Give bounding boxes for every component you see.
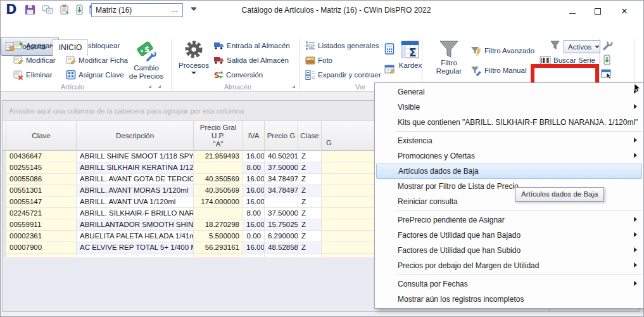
minimize-button[interactable] xyxy=(563,6,582,17)
svg-text:S: S xyxy=(214,71,220,80)
photo-icon xyxy=(305,56,315,65)
submenu-arrow-icon xyxy=(634,138,637,143)
salida-almacen-button[interactable]: Salida del Almacén xyxy=(213,55,289,66)
header-precio-g[interactable]: Precio G xyxy=(265,121,298,151)
menu-item-general[interactable]: General xyxy=(375,84,643,100)
menu-item-preprecio[interactable]: PrePrecio pendiente de Asignar xyxy=(375,212,643,228)
edit-card-icon xyxy=(66,55,76,65)
tooltip: Artículos dados de Baja xyxy=(515,187,604,202)
funnel-pencil-icon xyxy=(470,65,482,76)
conversion-button[interactable]: S Conversión xyxy=(213,69,263,81)
listados-generales-button[interactable]: Listados generales xyxy=(305,40,379,51)
truck-out-icon xyxy=(213,56,224,65)
filtro-manual-button[interactable]: Filtro Manual xyxy=(470,65,526,76)
header-clave[interactable]: Clave xyxy=(6,121,77,151)
calculator-icon[interactable] xyxy=(384,43,395,55)
modificar-ficha-button[interactable]: Modificar Ficha xyxy=(66,55,128,66)
save-icon[interactable] xyxy=(25,4,36,16)
svg-text:Σ: Σ xyxy=(409,46,417,59)
procesos-dropdown-arrow xyxy=(191,72,196,74)
kardex-button[interactable]: Σ Kardex xyxy=(397,40,424,70)
menu-item-visible[interactable]: Visible xyxy=(375,100,643,115)
funnel-lightning-icon xyxy=(470,46,482,56)
menu-item-registros-incompletos[interactable]: Mostrar aún los registros incompletos xyxy=(375,292,643,307)
title-bar: D Matriz (16) … Catálogo de Artículos - … xyxy=(1,1,644,20)
tab-strip: DisPRO INICIO INVENTARIO SUCURSAL HERRAM… xyxy=(1,20,644,37)
wrench-icon[interactable] xyxy=(601,39,614,51)
window-select-icon-2[interactable] xyxy=(601,68,612,79)
expand-collapse-icon xyxy=(305,70,315,80)
articulo-dialog-launcher[interactable] xyxy=(148,85,151,88)
truck-in-icon xyxy=(213,41,224,50)
workspace-value: Matriz (16) xyxy=(96,6,132,15)
workspace-combobox[interactable]: Matriz (16) … xyxy=(91,3,183,17)
price-tag-wrench-icon: $ xyxy=(135,39,158,64)
menu-item-factores-bajado[interactable]: Factores de Utilidad que han Bajado xyxy=(375,228,643,243)
convert-icon: S xyxy=(213,70,224,80)
menu-item-promociones[interactable]: Promociones y Ofertas xyxy=(375,148,643,164)
submenu-arrow-icon xyxy=(634,232,637,237)
asignar-clave-button[interactable]: Asignar Clave xyxy=(66,69,124,81)
window-title: Catálogo de Artículos - Matriz (16) - CW… xyxy=(203,6,469,15)
expandir-contraer-button[interactable]: Expandir y contraer xyxy=(305,69,381,81)
menu-item-existencia[interactable]: Existencia xyxy=(375,133,643,148)
list-icon xyxy=(305,41,315,51)
menu-separator xyxy=(396,275,642,275)
tab-inicio[interactable]: INICIO xyxy=(53,39,88,56)
agregar-button[interactable]: Agregar xyxy=(13,40,52,51)
kardex-sigma-icon: Σ xyxy=(401,40,420,60)
submenu-arrow-icon xyxy=(634,217,637,222)
foto-button[interactable]: Foto xyxy=(305,55,332,66)
submenu-arrow-icon xyxy=(634,153,637,158)
activos-combobox[interactable]: Activos xyxy=(564,40,600,53)
articulo-dialog-launcher-2[interactable] xyxy=(158,85,161,88)
eliminar-button[interactable]: Eliminar xyxy=(13,69,53,81)
submenu-arrow-icon xyxy=(634,262,637,268)
filtro-avanzado-button[interactable]: Filtro Avanzado xyxy=(470,45,534,56)
submenu-arrow-icon xyxy=(634,281,637,286)
mouse-cursor xyxy=(634,84,641,93)
maximize-button[interactable] xyxy=(588,6,607,17)
app-logo[interactable]: D xyxy=(6,2,16,17)
procesos-button[interactable]: Procesos xyxy=(177,39,211,74)
submenu-arrow-icon xyxy=(634,104,637,109)
cambio-precios-button[interactable]: $ Cambio de Precios xyxy=(125,39,168,81)
comments-icon[interactable] xyxy=(42,4,53,16)
menu-item-articulos-baja[interactable]: Artículos dados de Baja xyxy=(376,164,642,179)
delete-article-icon xyxy=(13,70,23,80)
entrada-almacen-button[interactable]: Entrada al Almacén xyxy=(213,40,290,51)
menu-item-kits[interactable]: Kits que contienen "ABRILL. SILKHAIR-F B… xyxy=(375,115,643,130)
modificar-button[interactable]: Modificar xyxy=(13,55,56,66)
svg-text:$: $ xyxy=(144,45,149,54)
almacen-dialog-launcher[interactable] xyxy=(292,85,295,88)
group-label-articulo: Artículo xyxy=(61,83,84,91)
add-article-icon xyxy=(13,41,23,51)
menu-item-precios-debajo-margen[interactable]: Precios por debajo del Margen de Utilida… xyxy=(375,258,643,273)
barcode-icon xyxy=(540,56,551,65)
menu-item-consulta-fechas[interactable]: Consulta por Fechas xyxy=(375,276,643,292)
workspace-browse-button[interactable]: … xyxy=(168,5,180,15)
device-download-icon-2[interactable] xyxy=(602,55,612,65)
funnel-icon xyxy=(438,39,460,59)
menu-separator xyxy=(396,131,642,132)
header-descripcion[interactable]: Descripción xyxy=(77,121,194,151)
filtro-regular-button[interactable]: Filtro Regular xyxy=(434,39,464,75)
group-label-ver: Ver xyxy=(355,83,366,91)
menu-item-factores-subido[interactable]: Factores de Utilidad que han Subido xyxy=(375,243,643,258)
menu-separator xyxy=(396,210,642,211)
header-precio-gral[interactable]: Precio Gral U.P."A" xyxy=(194,121,243,151)
activos-dropdown-arrow xyxy=(595,46,600,48)
group-label-almacen: Almacén xyxy=(224,83,251,91)
paste-special-icon[interactable] xyxy=(60,4,71,16)
table-edit-icon[interactable] xyxy=(384,64,395,75)
key-grid-icon xyxy=(66,70,76,80)
submenu-arrow-icon xyxy=(634,247,637,252)
ribbon-collapse-button[interactable] xyxy=(188,6,199,15)
close-button[interactable]: ✕ xyxy=(615,6,634,17)
activos-filter-icon xyxy=(550,40,561,51)
header-iva[interactable]: IVA xyxy=(243,121,265,151)
header-clase[interactable]: Clase xyxy=(298,121,322,151)
gear-icon xyxy=(183,39,205,61)
edit-article-icon xyxy=(13,55,23,65)
